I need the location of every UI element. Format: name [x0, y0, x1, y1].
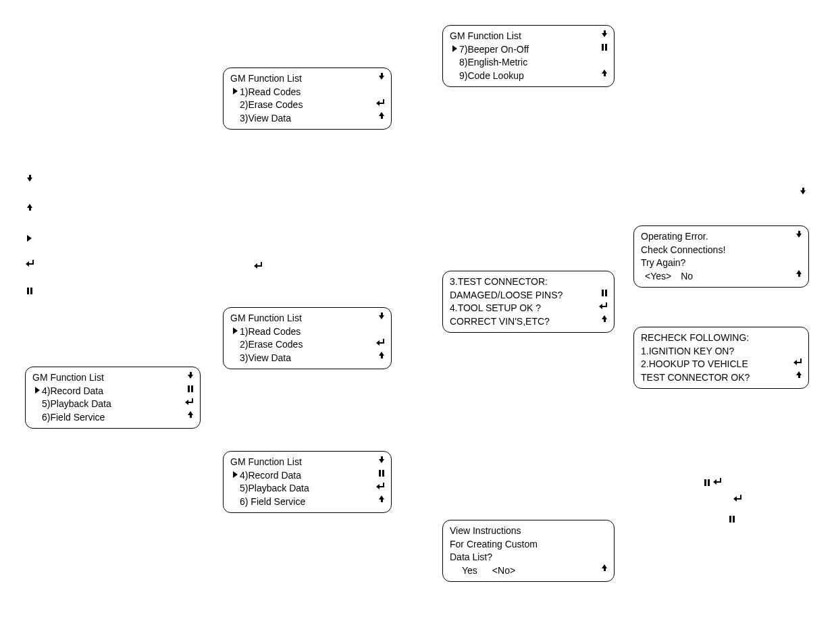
choice-yes[interactable]: <Yes>	[645, 270, 671, 284]
menu-item-label: 3)View Data	[240, 352, 291, 365]
prompt-row: Yes <No>	[450, 564, 607, 578]
menu-item-label: 7)Beeper On-Off	[459, 43, 529, 57]
instruction-line: Data List?	[450, 551, 492, 564]
recheck-line: RECHECK FOLLOWING:	[641, 331, 749, 345]
enter-icon	[255, 262, 262, 269]
screen-recheck: RECHECK FOLLOWING: 1.IGNITION KEY ON? 2.…	[633, 327, 809, 389]
menu-item[interactable]: 2)Erase Codes	[230, 99, 384, 112]
pause-icon	[729, 516, 735, 522]
enter-icon	[735, 495, 741, 502]
check-line: DAMAGED/LOOSE PINS?	[450, 289, 563, 302]
instruction-line: View Instructions	[450, 525, 521, 538]
enter-icon	[377, 99, 384, 106]
menu-item-label: 2)Erase Codes	[240, 338, 303, 352]
menu-item-label: 3)View Data	[240, 112, 291, 126]
pause-icon	[379, 470, 384, 477]
up-icon	[602, 315, 607, 322]
up-icon	[379, 112, 384, 119]
up-icon	[379, 352, 384, 358]
menu-item[interactable]: 7)Beeper On-Off	[450, 43, 607, 57]
enter-icon	[714, 478, 721, 485]
pause-icon	[704, 479, 710, 486]
screen-gm-list-5: GM Function List 4)Record Data 5)Playbac…	[223, 451, 392, 513]
down-icon	[379, 313, 384, 319]
down-icon	[188, 372, 193, 379]
prompt-row: <Yes> No	[641, 270, 802, 284]
play-arrow-icon	[27, 233, 32, 244]
menu-item-label: 5)Playback Data	[240, 482, 309, 495]
menu-item[interactable]: 4)Record Data	[32, 385, 193, 398]
enter-icon	[186, 398, 193, 405]
menu-item[interactable]: 6) Field Service	[230, 495, 384, 509]
down-icon	[796, 231, 802, 238]
menu-item[interactable]: 1)Read Codes	[230, 325, 384, 339]
menu-item-label: 5)Playback Data	[42, 398, 111, 411]
down-icon	[27, 175, 32, 182]
screen-title: GM Function List	[230, 312, 302, 325]
menu-item[interactable]: 1)Read Codes	[230, 86, 384, 99]
recheck-line: 2.HOOKUP TO VEHICLE	[641, 358, 748, 371]
enter-icon	[377, 483, 384, 489]
error-line: Try Again?	[641, 257, 685, 270]
error-line: Operating Error.	[641, 230, 708, 244]
menu-item-label: 6) Field Service	[240, 495, 305, 509]
screen-check-connector: 3.TEST CONNECTOR: DAMAGED/LOOSE PINS? 4.…	[442, 271, 615, 333]
up-icon	[379, 495, 384, 502]
menu-item[interactable]: 3)View Data	[230, 352, 384, 365]
selector-arrow-icon	[233, 471, 238, 479]
pause-icon	[602, 44, 607, 51]
screen-title: GM Function List	[32, 371, 104, 385]
menu-item[interactable]: 8)English-Metric	[450, 56, 607, 70]
up-icon	[796, 270, 802, 277]
menu-item-label: 9)Code Lookup	[459, 70, 524, 83]
menu-item[interactable]: 2)Erase Codes	[230, 338, 384, 352]
pause-icon	[188, 385, 193, 392]
screen-gm-list-1: GM Function List 1)Read Codes 2)Erase Co…	[223, 68, 392, 130]
selector-arrow-icon	[233, 327, 238, 336]
error-line: Check Connections!	[641, 244, 725, 257]
menu-item[interactable]: 3)View Data	[230, 112, 384, 126]
check-line: CORRECT VIN'S,ETC?	[450, 315, 550, 329]
choice-yes[interactable]: Yes	[462, 564, 477, 578]
menu-item[interactable]: 6)Field Service	[32, 411, 193, 425]
menu-item-label: 1)Read Codes	[240, 325, 301, 339]
screen-title: GM Function List	[450, 30, 521, 43]
menu-item[interactable]: 4)Record Data	[230, 469, 384, 483]
selector-arrow-icon	[233, 88, 238, 96]
menu-item-label: 4)Record Data	[42, 385, 103, 398]
screen-gm-list-4: GM Function List 4)Record Data 5)Playbac…	[25, 367, 201, 429]
recheck-line: 1.IGNITION KEY ON?	[641, 345, 734, 358]
menu-item-label: 8)English-Metric	[459, 56, 527, 70]
screen-title: GM Function List	[230, 456, 302, 469]
enter-icon	[600, 302, 607, 309]
up-icon	[796, 371, 802, 378]
down-icon	[602, 30, 607, 37]
up-arrow-icon	[27, 204, 32, 211]
selector-arrow-icon	[35, 387, 40, 395]
screen-gm-list-3: GM Function List 1)Read Codes 2)Erase Co…	[223, 307, 392, 369]
screen-title-row: GM Function List	[230, 72, 384, 86]
menu-item-label: 6)Field Service	[42, 411, 105, 425]
up-icon	[602, 70, 607, 76]
enter-icon	[795, 358, 802, 365]
up-icon	[188, 411, 193, 418]
up-icon	[602, 564, 607, 571]
pause-icon	[27, 288, 32, 294]
screen-title: GM Function List	[230, 72, 302, 86]
menu-item-label: 2)Erase Codes	[240, 99, 303, 112]
screen-operating-error: Operating Error. Check Connections! Try …	[633, 225, 809, 288]
selector-arrow-icon	[452, 45, 457, 53]
instruction-line: For Creating Custom	[450, 538, 538, 552]
menu-item[interactable]: 9)Code Lookup	[450, 70, 607, 83]
screen-view-instructions: View Instructions For Creating Custom Da…	[442, 520, 615, 582]
choice-no[interactable]: <No>	[492, 564, 515, 578]
recheck-line: TEST CONNECTOR OK?	[641, 371, 750, 385]
choice-no[interactable]: No	[681, 270, 693, 284]
menu-item[interactable]: 5)Playback Data	[32, 398, 193, 411]
menu-item[interactable]: 5)Playback Data	[230, 482, 384, 495]
pause-icon	[602, 290, 607, 296]
screen-title-row: GM Function List	[450, 30, 607, 43]
down-icon	[800, 188, 806, 194]
enter-icon	[377, 339, 384, 346]
screen-gm-list-2: GM Function List 7)Beeper On-Off 8)Engli…	[442, 25, 615, 87]
